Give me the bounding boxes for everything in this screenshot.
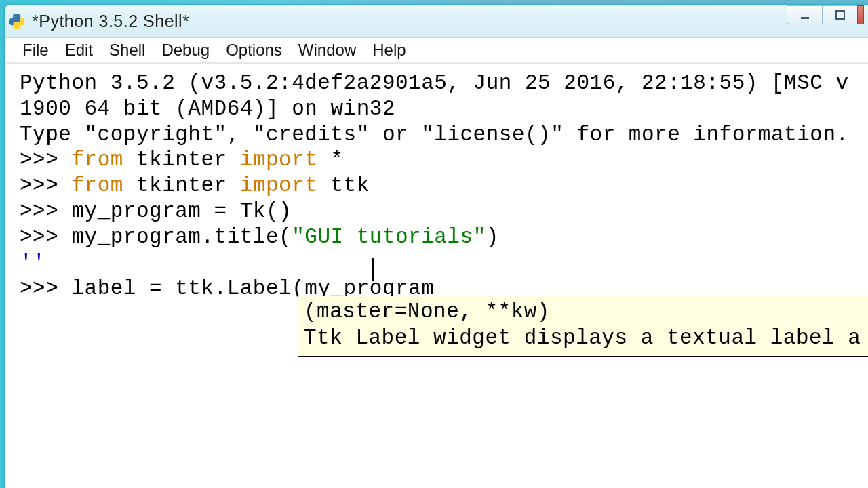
menu-debug[interactable]: Debug: [156, 39, 219, 61]
tooltip-description: Ttk Label widget displays a textual labe…: [304, 326, 861, 350]
window-title: *Python 3.5.2 Shell*: [32, 12, 787, 31]
shell-text-area[interactable]: Python 3.5.2 (v3.5.2:4def2a2901a5, Jun 2…: [5, 65, 868, 488]
code-text: tkinter: [123, 174, 240, 197]
menu-window[interactable]: Window: [293, 39, 366, 61]
svg-point-1: [19, 26, 20, 28]
svg-rect-2: [801, 17, 809, 19]
close-button[interactable]: [857, 5, 864, 24]
code-text: ): [486, 225, 499, 249]
menu-help[interactable]: Help: [367, 39, 415, 61]
code-text: my_program = Tk(): [71, 199, 292, 223]
keyword: import: [240, 148, 318, 171]
code-text: tkinter: [123, 148, 240, 171]
string-literal: "GUI tutorials": [292, 225, 486, 249]
prompt: >>>: [20, 174, 71, 197]
window-controls: [787, 5, 864, 26]
code-text: ttk: [317, 174, 369, 197]
menu-bar: File Edit Shell Debug Options Window Hel…: [5, 38, 868, 64]
title-bar[interactable]: *Python 3.5.2 Shell*: [5, 5, 868, 38]
text-caret: [372, 258, 374, 281]
keyword: import: [240, 174, 318, 197]
prompt: >>>: [20, 277, 71, 300]
maximize-button[interactable]: [822, 5, 857, 24]
banner-line: Python 3.5.2 (v3.5.2:4def2a2901a5, Jun 2…: [20, 71, 849, 95]
call-tip: (master=None, **kw) Ttk Label widget dis…: [298, 296, 868, 357]
svg-point-0: [14, 15, 15, 16]
minimize-button[interactable]: [787, 5, 822, 24]
keyword: from: [71, 148, 123, 171]
python-idle-icon: [7, 12, 26, 31]
menu-file[interactable]: File: [17, 39, 58, 61]
keyword: from: [71, 174, 123, 197]
menu-shell[interactable]: Shell: [104, 39, 155, 61]
banner-line: 1900 64 bit (AMD64)] on win32: [20, 97, 395, 121]
output-text: '': [20, 251, 45, 274]
menu-options[interactable]: Options: [220, 39, 292, 61]
app-window: *Python 3.5.2 Shell* File Edit Shell Deb…: [3, 4, 868, 488]
prompt: >>>: [20, 199, 71, 223]
menu-edit[interactable]: Edit: [60, 39, 102, 61]
prompt: >>>: [20, 225, 71, 249]
svg-rect-3: [836, 11, 844, 19]
prompt: >>>: [20, 148, 71, 171]
code-text: my_program.title(: [71, 225, 292, 249]
banner-line: Type "copyright", "credits" or "license(…: [20, 123, 849, 146]
code-text: *: [317, 148, 343, 171]
tooltip-signature: (master=None, **kw): [304, 300, 550, 323]
